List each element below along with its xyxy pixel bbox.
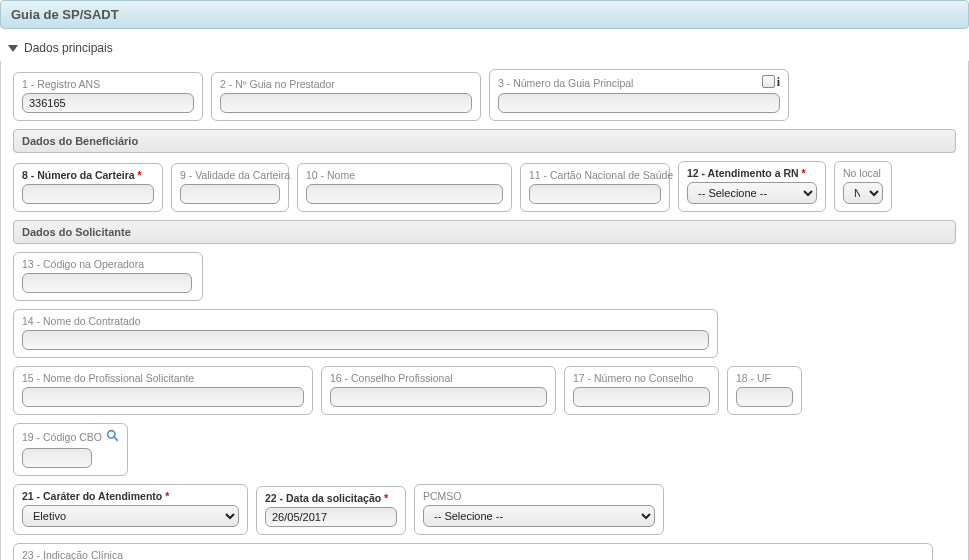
label-codigo-operadora: 13 - Código na Operadora <box>22 258 194 270</box>
form-body: 1 - Registro ANS 2 - Nº Guia no Prestado… <box>0 61 969 560</box>
input-numero-carteira[interactable] <box>22 184 154 204</box>
input-conselho-profissional[interactable] <box>330 387 547 407</box>
input-cartao-nacional[interactable] <box>529 184 661 204</box>
label-pcmso: PCMSO <box>423 490 655 502</box>
input-codigo-cbo[interactable] <box>22 448 92 468</box>
subsection-solicitante: Dados do Solicitante <box>13 220 956 244</box>
select-pcmso[interactable]: -- Selecione -- <box>423 505 655 527</box>
label-no-local: No local <box>843 167 883 179</box>
svg-line-1 <box>114 437 117 440</box>
input-profissional-solicitante[interactable] <box>22 387 304 407</box>
label-registro-ans: 1 - Registro ANS <box>22 78 194 90</box>
label-guia-principal: 3 - Número da Guia Principal <box>498 77 633 89</box>
label-cartao-nacional: 11 - Cartão Nacional de Saúde <box>529 169 661 181</box>
section-toggle-dados-principais[interactable]: Dados principais <box>0 35 969 61</box>
chevron-down-icon <box>8 45 18 52</box>
select-no-local[interactable]: Não <box>843 182 883 204</box>
input-nome-contratado[interactable] <box>22 330 709 350</box>
label-numero-carteira: 8 - Número da Carteira * <box>22 169 154 181</box>
input-nome[interactable] <box>306 184 503 204</box>
label-nome-contratado: 14 - Nome do Contratado <box>22 315 709 327</box>
section-title: Dados principais <box>24 41 113 55</box>
input-data-solicitacao[interactable] <box>265 507 397 527</box>
search-icon[interactable] <box>106 429 119 445</box>
label-indicacao-clinica: 23 - Indicação Clínica <box>22 549 924 560</box>
input-uf[interactable] <box>736 387 793 407</box>
label-numero-conselho: 17 - Número no Conselho <box>573 372 710 384</box>
subsection-beneficiario: Dados do Beneficiário <box>13 129 956 153</box>
input-validade-carteira[interactable] <box>180 184 280 204</box>
input-guia-prestador[interactable] <box>220 93 472 113</box>
label-nome: 10 - Nome <box>306 169 503 181</box>
input-guia-principal[interactable] <box>498 93 780 113</box>
input-numero-conselho[interactable] <box>573 387 710 407</box>
checkbox-guia-principal[interactable] <box>762 75 775 88</box>
label-conselho-profissional: 16 - Conselho Profissional <box>330 372 547 384</box>
label-uf: 18 - UF <box>736 372 793 384</box>
input-codigo-operadora[interactable] <box>22 273 192 293</box>
label-carater-atendimento: 21 - Caráter do Atendimento * <box>22 490 239 502</box>
label-validade-carteira: 9 - Validade da Carteira <box>180 169 280 181</box>
info-icon[interactable]: i <box>777 75 780 90</box>
page-title: Guia de SP/SADT <box>0 0 969 29</box>
label-codigo-cbo: 19 - Código CBO <box>22 431 102 443</box>
select-atendimento-rn[interactable]: -- Selecione -- <box>687 182 817 204</box>
label-profissional-solicitante: 15 - Nome do Profissional Solicitante <box>22 372 304 384</box>
select-carater-atendimento[interactable]: Eletivo <box>22 505 239 527</box>
label-data-solicitacao: 22 - Data da solicitação * <box>265 492 397 504</box>
label-atendimento-rn: 12 - Atendimento a RN * <box>687 167 817 179</box>
input-registro-ans[interactable] <box>22 93 194 113</box>
label-guia-prestador: 2 - Nº Guia no Prestador <box>220 78 472 90</box>
